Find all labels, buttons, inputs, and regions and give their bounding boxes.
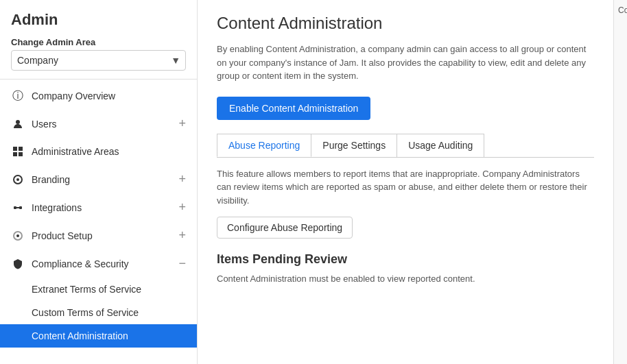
sidebar-item-extranet-terms[interactable]: Extranet Terms of Service	[0, 278, 197, 301]
shield-icon	[11, 257, 25, 271]
sidebar-item-administrative-areas[interactable]: Administrative Areas	[0, 138, 197, 165]
sidebar-item-company-overview[interactable]: ⓘ Company Overview	[0, 82, 197, 110]
sidebar-item-compliance-security[interactable]: Compliance & Security −	[0, 250, 197, 278]
change-area-label: Change Admin Area	[11, 37, 186, 47]
expand-icon: +	[178, 228, 186, 243]
sidebar-item-branding[interactable]: Branding +	[0, 165, 197, 193]
sidebar-item-integrations[interactable]: Integrations +	[0, 193, 197, 221]
sidebar-item-users[interactable]: Users +	[0, 110, 197, 138]
sidebar-nav: ⓘ Company Overview Users + Administrativ…	[0, 82, 197, 364]
sidebar-title: Admin	[0, 0, 197, 34]
areas-icon	[11, 145, 25, 158]
user-icon	[11, 117, 25, 131]
main-area: Content Administration By enabling Conte…	[198, 0, 627, 364]
sidebar-divider	[0, 79, 197, 80]
page-title: Content Administration	[217, 14, 594, 33]
svg-rect-7	[14, 206, 16, 209]
svg-rect-8	[19, 206, 22, 209]
admin-area-select[interactable]: Company	[11, 50, 186, 71]
svg-rect-1	[13, 147, 17, 151]
expand-icon: +	[178, 117, 186, 131]
tab-abuse-reporting[interactable]: Abuse Reporting	[217, 134, 311, 157]
tab-usage-auditing[interactable]: Usage Auditing	[397, 134, 484, 157]
right-panel-tab: Co	[614, 0, 627, 21]
content-description: By enabling Content Administration, a co…	[217, 43, 594, 83]
items-pending-title: Items Pending Review	[217, 252, 594, 267]
sidebar: Admin Change Admin Area Company ▼ ⓘ Comp…	[0, 0, 198, 364]
main-content: Content Administration By enabling Conte…	[198, 0, 613, 364]
product-setup-icon	[11, 229, 25, 243]
right-panel: Co	[613, 0, 627, 364]
tabs-container: Abuse Reporting Purge Settings Usage Aud…	[217, 134, 594, 158]
tab-description: This feature allows members to report it…	[217, 167, 594, 208]
branding-icon	[11, 173, 25, 186]
svg-point-6	[16, 178, 19, 181]
svg-rect-2	[19, 147, 23, 151]
sidebar-item-content-administration[interactable]: Content Administration	[0, 324, 197, 348]
svg-rect-4	[19, 152, 23, 156]
tab-purge-settings[interactable]: Purge Settings	[311, 134, 397, 157]
configure-abuse-reporting-button[interactable]: Configure Abuse Reporting	[217, 217, 353, 239]
svg-rect-3	[13, 152, 17, 156]
expand-icon: +	[178, 172, 186, 186]
admin-area-select-wrapper: Company ▼	[11, 50, 186, 71]
sidebar-item-custom-terms[interactable]: Custom Terms of Service	[0, 301, 197, 324]
expand-icon: +	[178, 200, 186, 215]
sidebar-item-product-setup[interactable]: Product Setup +	[0, 221, 197, 250]
enable-content-administration-button[interactable]: Enable Content Administration	[217, 97, 370, 120]
items-pending-text: Content Administration must be enabled t…	[217, 274, 594, 284]
collapse-icon: −	[178, 256, 186, 271]
change-admin-area: Change Admin Area Company ▼	[0, 34, 197, 76]
info-icon: ⓘ	[11, 89, 25, 103]
svg-point-0	[16, 120, 20, 124]
svg-point-10	[16, 234, 19, 237]
integrations-icon	[11, 201, 25, 215]
